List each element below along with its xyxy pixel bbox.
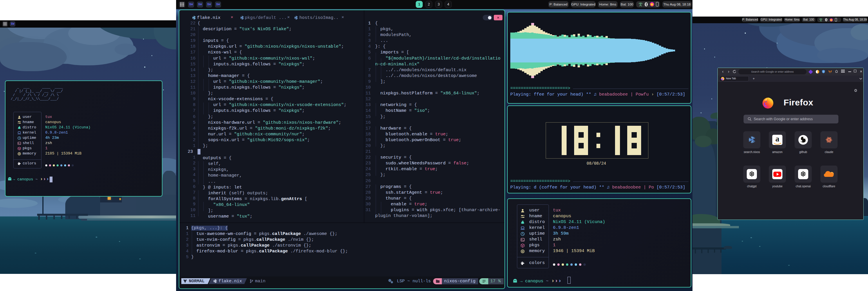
svg-text:G: G	[823, 70, 824, 72]
